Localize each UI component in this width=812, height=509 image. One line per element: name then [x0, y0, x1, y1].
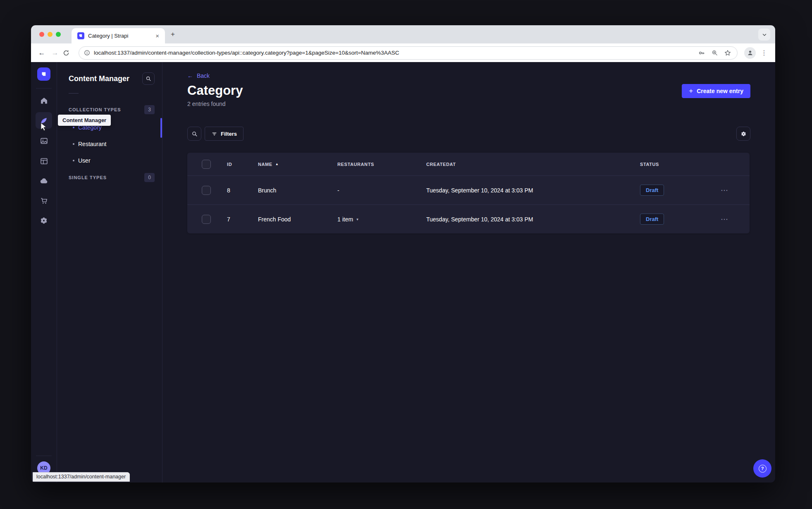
- subnav-item-restaurant[interactable]: Restaurant: [57, 136, 162, 152]
- single-types-count: 0: [144, 173, 155, 182]
- cell-name: Brunch: [258, 187, 337, 194]
- browser-tab[interactable]: Category | Strapi ×: [72, 28, 165, 43]
- tab-title: Category | Strapi: [88, 33, 154, 39]
- bullet-icon: [73, 143, 74, 145]
- strapi-logo[interactable]: [37, 67, 50, 81]
- site-info-icon[interactable]: [84, 50, 90, 56]
- rail-divider: [36, 88, 52, 89]
- tab-close-icon[interactable]: ×: [154, 32, 161, 39]
- row-actions-icon[interactable]: ⋯: [721, 186, 750, 195]
- tab-strip: Category | Strapi × +: [31, 25, 775, 43]
- sidebar-item-marketplace[interactable]: [36, 192, 52, 209]
- select-all-checkbox[interactable]: [202, 160, 211, 169]
- single-types-label: SINGLE TYPES: [69, 175, 107, 180]
- table-header: ID NAME ▲ RESTAURANTS CREATEDAT STATUS: [187, 153, 750, 175]
- cell-createdat: Tuesday, September 10, 2024 at 3:03 PM: [426, 216, 640, 223]
- column-status: STATUS: [640, 162, 721, 167]
- column-createdat: CREATEDAT: [426, 162, 640, 167]
- active-nav-indicator: [160, 118, 162, 138]
- plus-icon: +: [689, 87, 693, 95]
- subnav-item-label: User: [78, 157, 91, 164]
- cell-restaurants[interactable]: 1 item ▾: [337, 216, 426, 223]
- entries-table: ID NAME ▲ RESTAURANTS CREATEDAT STATUS 8…: [187, 153, 750, 233]
- subnav-divider: [69, 93, 79, 94]
- browser-back-button[interactable]: ←: [36, 49, 47, 57]
- table-search-button[interactable]: [187, 127, 201, 141]
- bullet-icon: [73, 160, 74, 161]
- help-button[interactable]: ?: [753, 459, 771, 478]
- sidebar-item-content-type-builder[interactable]: [36, 153, 52, 169]
- sidebar-item-media-library[interactable]: [36, 132, 52, 149]
- main-nav-rail: KD: [31, 62, 57, 483]
- restaurants-count: 1 item: [337, 216, 353, 223]
- browser-menu-icon[interactable]: ⋮: [758, 49, 770, 57]
- subnav-item-label: Restaurant: [78, 141, 106, 147]
- mouse-cursor: [40, 122, 48, 131]
- row-checkbox[interactable]: [202, 215, 211, 224]
- traffic-lights: [39, 32, 61, 37]
- row-actions-icon[interactable]: ⋯: [721, 215, 750, 224]
- content-manager-subnav: Content Manager COLLECTION TYPES 3 Categ…: [57, 62, 162, 483]
- chevron-down-icon: ▾: [356, 217, 358, 221]
- filters-button[interactable]: Filters: [205, 127, 244, 141]
- table-row[interactable]: 7 French Food 1 item ▾ Tuesday, Septembe…: [187, 204, 750, 233]
- zoom-window-button[interactable]: [56, 32, 61, 37]
- url-bar[interactable]: localhost:1337/admin/content-manager/col…: [79, 46, 738, 60]
- sidebar-item-deploy-cloud[interactable]: [36, 173, 52, 189]
- back-link[interactable]: ← Back: [187, 72, 210, 79]
- column-restaurants: RESTAURANTS: [337, 162, 426, 167]
- browser-window: Category | Strapi × + ← → localhost:1337…: [31, 25, 775, 483]
- sidebar-item-home[interactable]: [36, 92, 52, 109]
- content-manager-tooltip: Content Manager: [58, 115, 111, 126]
- subnav-item-user[interactable]: User: [57, 152, 162, 169]
- strapi-favicon: [77, 32, 84, 39]
- column-name-label: NAME: [258, 162, 272, 167]
- browser-profile-avatar[interactable]: [744, 47, 756, 59]
- table-settings-button[interactable]: [736, 127, 750, 141]
- help-icon: ?: [759, 465, 767, 473]
- create-new-entry-button[interactable]: + Create new entry: [682, 84, 750, 98]
- filter-icon: [211, 131, 217, 137]
- zoom-page-icon[interactable]: [711, 49, 718, 56]
- entries-count: 2 entries found: [187, 101, 243, 107]
- bullet-icon: [73, 127, 74, 128]
- back-arrow-icon: ←: [187, 72, 193, 79]
- cell-createdat: Tuesday, September 10, 2024 at 3:03 PM: [426, 187, 640, 194]
- create-button-label: Create new entry: [697, 88, 743, 94]
- cell-name: French Food: [258, 216, 337, 223]
- row-checkbox[interactable]: [202, 186, 211, 195]
- collection-types-label: COLLECTION TYPES: [69, 107, 121, 112]
- back-label: Back: [197, 72, 210, 79]
- subnav-title: Content Manager: [69, 74, 129, 83]
- omnibox-actions: [698, 49, 735, 57]
- cell-id: 8: [227, 187, 258, 194]
- status-badge: Draft: [640, 185, 664, 196]
- bookmark-star-icon[interactable]: [724, 49, 731, 57]
- sort-asc-icon: ▲: [275, 162, 279, 166]
- tab-search-button[interactable]: [758, 29, 770, 41]
- status-badge: Draft: [640, 214, 664, 225]
- page-title: Category: [187, 84, 243, 97]
- filters-label: Filters: [221, 131, 237, 137]
- main-content: ← Back Category 2 entries found + Create…: [162, 62, 775, 483]
- link-status-bubble: localhost:1337/admin/content-manager: [33, 472, 130, 482]
- url-text[interactable]: localhost:1337/admin/content-manager/col…: [94, 50, 694, 56]
- strapi-app: KD Content Manager COLLECTION TYPES 3: [31, 62, 775, 483]
- cell-id: 7: [227, 216, 258, 223]
- browser-forward-button[interactable]: →: [50, 49, 60, 57]
- new-tab-button[interactable]: +: [171, 30, 175, 38]
- cell-restaurants: -: [337, 187, 426, 194]
- subnav-search-button[interactable]: [142, 72, 155, 85]
- sidebar-item-settings[interactable]: [36, 212, 52, 229]
- collection-types-count: 3: [144, 105, 155, 114]
- browser-reload-button[interactable]: [63, 50, 74, 56]
- collection-types-list: Category Restaurant User: [57, 119, 162, 169]
- column-id: ID: [227, 162, 258, 167]
- password-key-icon[interactable]: [698, 49, 705, 57]
- rail-divider-bottom: [36, 456, 52, 456]
- column-name-sort[interactable]: NAME ▲: [258, 162, 337, 167]
- table-row[interactable]: 8 Brunch - Tuesday, September 10, 2024 a…: [187, 175, 750, 204]
- close-window-button[interactable]: [39, 32, 44, 37]
- minimize-window-button[interactable]: [48, 32, 53, 37]
- browser-toolbar: ← → localhost:1337/admin/content-manager…: [31, 43, 775, 62]
